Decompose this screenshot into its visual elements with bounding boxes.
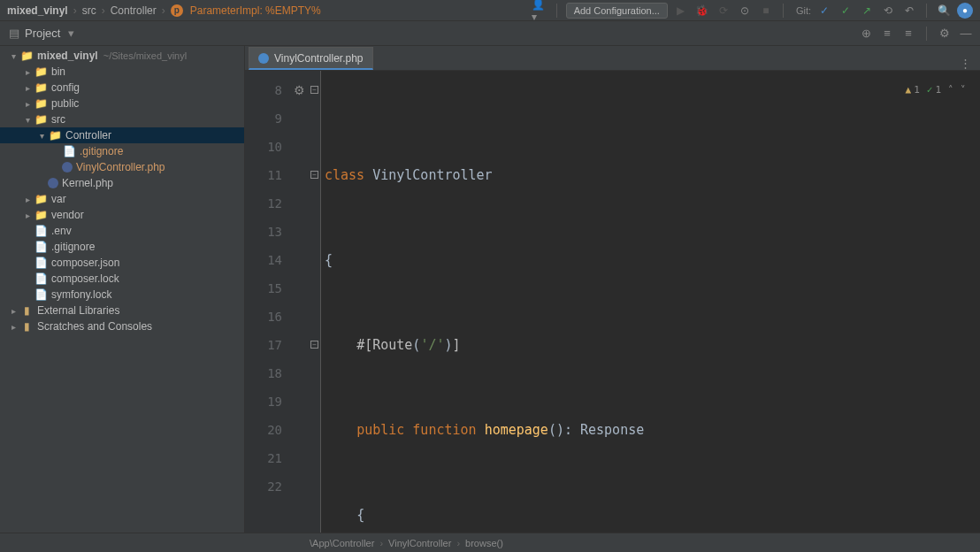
line-number[interactable]: 13 <box>245 218 282 246</box>
tree-folder-bin[interactable]: ▸ 📁 bin <box>0 64 244 80</box>
stop-icon[interactable]: ■ <box>758 3 774 19</box>
line-number-gutter[interactable]: 8 9 10 11 12 13 14 15 16 17 18 19 20 21 … <box>245 71 289 533</box>
editor-tab-vinylcontroller[interactable]: VinylController.php <box>249 47 373 70</box>
tree-root[interactable]: ▾ 📁 mixed_vinyl ~/Sites/mixed_vinyl <box>0 48 244 64</box>
debug-icon[interactable]: 🐞 <box>694 3 710 19</box>
project-panel-title[interactable]: Project <box>25 27 60 40</box>
class-gutter-icon[interactable]: ⚙ <box>289 76 309 104</box>
fold-gutter[interactable]: − − − <box>309 71 321 533</box>
fold-marker-icon[interactable]: − <box>310 171 318 179</box>
ok-badge[interactable]: 1 <box>927 76 941 104</box>
code-line[interactable]: class VinylController <box>321 161 980 189</box>
chevron-right-icon[interactable]: ▸ <box>7 322 19 332</box>
breadcrumb-controller[interactable]: Controller <box>111 4 157 17</box>
project-tool-icon[interactable]: ▤ <box>7 27 21 41</box>
breadcrumb-parameter[interactable]: ParameterImpl: %EMPTY% <box>190 4 321 17</box>
user-icon[interactable]: 👤▾ <box>532 3 547 19</box>
git-update-icon[interactable]: ✓ <box>816 3 832 19</box>
tree-file-vinylcontroller[interactable]: VinylController.php <box>0 159 244 175</box>
tree-external-libraries[interactable]: ▸ ▮ External Libraries <box>0 303 244 318</box>
tree-file-env[interactable]: 📄 .env <box>0 223 244 239</box>
inspection-widget[interactable]: 1 1 ˄ ˅ <box>900 74 972 106</box>
breadcrumb-root[interactable]: mixed_vinyl <box>7 4 68 17</box>
line-number[interactable]: 15 <box>245 274 282 303</box>
next-highlight-icon[interactable]: ˅ <box>961 76 966 104</box>
avatar[interactable]: ● <box>957 3 973 19</box>
locate-icon[interactable]: ⊕ <box>859 27 873 41</box>
add-configuration-button[interactable]: Add Configuration... <box>566 3 668 19</box>
project-tree[interactable]: ▾ 📁 mixed_vinyl ~/Sites/mixed_vinyl ▸ 📁 … <box>0 46 245 533</box>
chevron-right-icon[interactable]: ▸ <box>21 83 34 93</box>
line-number[interactable]: 11 <box>245 161 282 189</box>
code-line[interactable]: public function homepage(): Response <box>321 416 980 444</box>
breadcrumb-class[interactable]: VinylController <box>388 538 451 548</box>
line-number[interactable]: 9 <box>245 104 282 133</box>
tree-file-composer-json[interactable]: 📄 composer.json <box>0 255 244 271</box>
line-number[interactable]: 22 <box>245 472 282 501</box>
tree-folder-src[interactable]: ▾ 📁 src <box>0 111 244 127</box>
line-number[interactable]: 14 <box>245 246 282 274</box>
folder-icon: 📁 <box>34 97 48 110</box>
tree-label: composer.json <box>51 257 119 269</box>
chevron-right-icon[interactable]: ▸ <box>7 306 19 316</box>
git-commit-icon[interactable]: ✓ <box>838 3 854 19</box>
tree-file-composer-lock[interactable]: 📄 composer.lock <box>0 271 244 287</box>
tree-file-gitignore[interactable]: 📄 .gitignore <box>0 143 244 159</box>
warning-badge[interactable]: 1 <box>906 76 920 104</box>
expand-icon[interactable]: ≡ <box>880 27 894 41</box>
editor-menu-icon[interactable]: ⋮ <box>951 57 980 70</box>
php-icon <box>258 53 269 64</box>
profile-icon[interactable]: ⊙ <box>737 3 753 19</box>
line-number[interactable]: 21 <box>245 444 282 472</box>
run-icon[interactable]: ▶ <box>673 3 689 19</box>
chevron-down-icon[interactable]: ▾ <box>35 131 48 141</box>
search-icon[interactable]: 🔍 <box>936 3 952 19</box>
tree-file-kernel[interactable]: Kernel.php <box>0 175 244 191</box>
tree-folder-vendor[interactable]: ▸ 📁 vendor <box>0 207 244 223</box>
chevron-right-icon: › <box>162 4 165 17</box>
line-number[interactable]: 19 <box>245 387 282 416</box>
code-line[interactable]: { <box>321 246 980 274</box>
line-number[interactable]: 10 <box>245 133 282 161</box>
coverage-icon[interactable]: ⟳ <box>716 3 731 19</box>
chevron-right-icon[interactable]: ▸ <box>21 211 34 220</box>
line-number[interactable]: 18 <box>245 359 282 387</box>
breadcrumb-src[interactable]: src <box>82 4 96 17</box>
chevron-right-icon[interactable]: ▸ <box>21 195 34 204</box>
tree-label: src <box>51 113 65 126</box>
line-number[interactable]: 12 <box>245 189 282 218</box>
chevron-right-icon[interactable]: ▸ <box>21 99 34 109</box>
code-line[interactable]: { <box>321 501 980 529</box>
tree-file-gitignore-root[interactable]: 📄 .gitignore <box>0 239 244 255</box>
collapse-icon[interactable]: ≡ <box>901 27 915 41</box>
breadcrumb-namespace[interactable]: \App\Controller <box>310 538 374 548</box>
breadcrumb-function[interactable]: browse() <box>465 538 503 548</box>
tree-file-symfony-lock[interactable]: 📄 symfony.lock <box>0 287 244 303</box>
line-number[interactable]: 16 <box>245 303 282 331</box>
tree-folder-config[interactable]: ▸ 📁 config <box>0 80 244 96</box>
php-icon <box>48 178 58 188</box>
tree-label: External Libraries <box>37 304 119 317</box>
line-number[interactable]: 17 <box>245 331 282 359</box>
dropdown-icon[interactable]: ▾ <box>64 27 78 41</box>
git-revert-icon[interactable]: ↶ <box>901 3 917 19</box>
tree-folder-controller[interactable]: ▾ 📁 Controller <box>0 127 244 143</box>
line-number[interactable]: 8 <box>245 76 282 104</box>
line-number[interactable]: 20 <box>245 416 282 444</box>
chevron-right-icon[interactable]: ▸ <box>21 67 34 77</box>
code-line[interactable]: #[Route('/')] <box>321 331 980 359</box>
git-push-icon[interactable]: ↗ <box>859 3 875 19</box>
chevron-down-icon[interactable]: ▾ <box>21 115 34 125</box>
tree-folder-public[interactable]: ▸ 📁 public <box>0 96 244 111</box>
fold-marker-icon[interactable]: − <box>310 341 318 349</box>
chevron-down-icon[interactable]: ▾ <box>7 51 19 61</box>
hide-icon[interactable]: — <box>959 27 973 41</box>
git-history-icon[interactable]: ⟲ <box>880 3 896 19</box>
settings-icon[interactable]: ⚙ <box>938 27 952 41</box>
fold-marker-icon[interactable]: − <box>310 86 318 94</box>
prev-highlight-icon[interactable]: ˄ <box>948 76 953 104</box>
tree-scratches[interactable]: ▸ ▮ Scratches and Consoles <box>0 318 244 334</box>
tree-folder-var[interactable]: ▸ 📁 var <box>0 191 244 207</box>
code-editor[interactable]: 1 1 ˄ ˅ class VinylController { #[Route(… <box>321 71 980 533</box>
tree-label: Scratches and Consoles <box>37 320 152 333</box>
